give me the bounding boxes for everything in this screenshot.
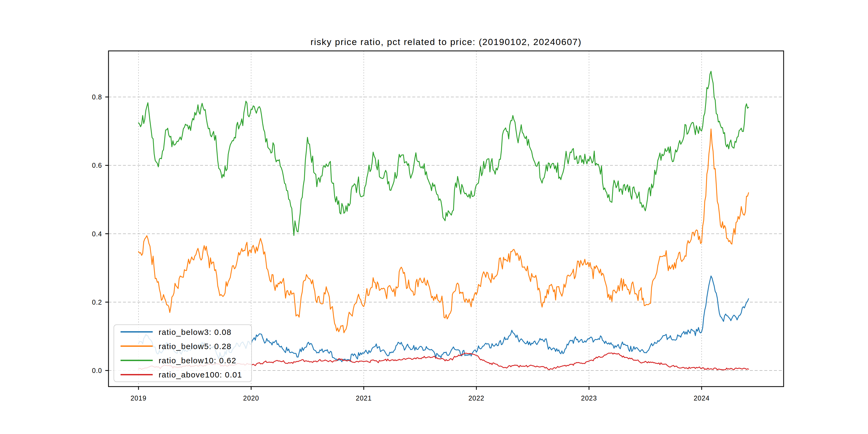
x-tick-label-2019: 2019: [130, 394, 147, 402]
legend-label-ratio_below3: ratio_below3: 0.08: [159, 328, 231, 337]
y-tick-label-0.0: 0.0: [92, 367, 102, 374]
legend: ratio_below3: 0.08ratio_below5: 0.28rati…: [114, 325, 252, 382]
legend-label-ratio_below5: ratio_below5: 0.28: [159, 342, 231, 351]
y-tick-label-0.6: 0.6: [92, 161, 102, 169]
figure-canvas: 2019202020212022202320240.00.20.40.60.8 …: [0, 0, 868, 434]
y-tick-label-0.4: 0.4: [92, 230, 102, 238]
risky-price-ratio-line-chart: 2019202020212022202320240.00.20.40.60.8 …: [0, 0, 868, 434]
x-tick-label-2023: 2023: [581, 394, 597, 402]
y-tick-label-0.8: 0.8: [92, 93, 102, 101]
chart-title: risky price ratio, pct related to price:…: [310, 37, 582, 47]
legend-label-ratio_below10: ratio_below10: 0.62: [159, 356, 236, 365]
series-line-ratio_below10: [138, 71, 748, 236]
x-tick-label-2024: 2024: [693, 394, 710, 402]
x-tick-label-2022: 2022: [468, 394, 484, 402]
legend-label-ratio_above100: ratio_above100: 0.01: [159, 370, 242, 379]
x-tick-label-2020: 2020: [243, 394, 259, 402]
y-tick-label-0.2: 0.2: [92, 299, 102, 306]
x-tick-label-2021: 2021: [356, 394, 372, 402]
